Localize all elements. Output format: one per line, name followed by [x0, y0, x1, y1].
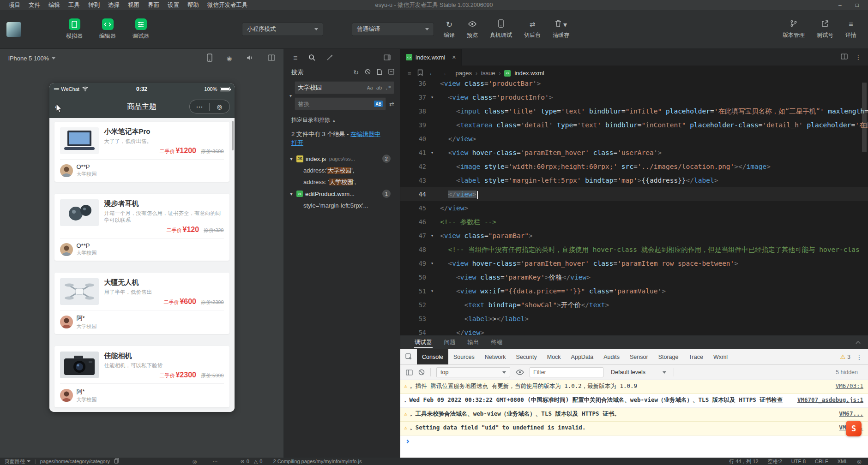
source-link[interactable]: VM6703:1 — [836, 382, 863, 390]
action-device-debug[interactable]: 真机调试 — [484, 19, 518, 39]
rotate-device-icon[interactable] — [207, 54, 212, 63]
breadcrumb-item[interactable]: issue — [481, 70, 495, 77]
regex-icon[interactable]: .* — [385, 85, 391, 90]
menu-item[interactable]: 项目 — [5, 0, 24, 10]
section-tab[interactable]: 终端 — [485, 335, 509, 349]
code-line[interactable]: 40 </view> — [400, 132, 868, 146]
devtools-tab-sensor[interactable]: Sensor — [625, 349, 653, 364]
whole-word-icon[interactable]: ab — [376, 85, 382, 90]
chevron-down-icon[interactable]: ▾ — [289, 191, 294, 197]
search-match-row[interactable]: address: '大学校园', — [287, 176, 394, 188]
product-card[interactable]: 佳能相机佳能相机，可以私下验货二手价¥2300原价:5999阿*大学校园 — [54, 346, 229, 407]
close-icon[interactable]: × — [452, 54, 456, 61]
user-avatar[interactable] — [6, 22, 21, 37]
code-line[interactable]: 38 <input class='title' type='text' bind… — [400, 104, 868, 118]
section-tab[interactable]: 输出 — [462, 335, 485, 349]
mode-select[interactable]: 小程序模式 — [242, 23, 323, 36]
status-more-icon[interactable]: ⋯ — [213, 459, 218, 465]
action-test-account[interactable]: 测试号 — [811, 19, 839, 39]
page-path-select[interactable]: 页面路径 — [5, 458, 30, 465]
seller-row[interactable]: O**P大学校园 — [60, 160, 224, 178]
search-match-row[interactable]: address:'大学校园', — [287, 165, 394, 176]
notifications-icon[interactable]: ◎ — [857, 459, 862, 465]
toggle-replace-icon[interactable]: ▾ — [287, 81, 295, 110]
action-background[interactable]: ⇄切后台 — [518, 19, 547, 39]
expand-caret-icon[interactable]: ▸ — [410, 411, 412, 419]
menu-item[interactable]: 设置 — [163, 0, 183, 10]
product-card[interactable]: 小米笔记本Pro大了了，低价出售。二手价¥1200原价:3699O**P大学校园 — [54, 122, 229, 182]
device-select[interactable]: iPhone 5 100% — [8, 55, 49, 62]
fold-icon[interactable]: ▾ — [426, 229, 438, 243]
search-result-file[interactable]: ▾<>editProduct.wxm...1 — [287, 188, 394, 200]
outline-icon[interactable]: ≡ — [408, 70, 411, 77]
console-prompt[interactable] — [400, 435, 868, 447]
action-preview[interactable]: 预览 — [461, 19, 484, 39]
copy-path-icon[interactable] — [114, 458, 119, 465]
code-line[interactable]: 46<!-- 参数栏 --> — [400, 215, 868, 229]
file-list-icon[interactable]: ≡ — [293, 54, 297, 62]
source-link[interactable]: VM67... — [839, 410, 863, 417]
menu-item[interactable]: 转到 — [84, 0, 104, 10]
code-line[interactable]: 41▾ <view hover-class='paramItem_hover' … — [400, 146, 868, 160]
match-case-icon[interactable]: Aa — [367, 85, 373, 90]
code-line[interactable]: 51▾ <view wx:if="{{data.price==''}}" cla… — [400, 284, 868, 298]
section-tab[interactable]: 问题 — [438, 335, 462, 349]
current-page-path[interactable]: pages/home/category/category — [40, 459, 110, 464]
devtools-tab-audits[interactable]: Audits — [598, 349, 625, 364]
cursor-position[interactable]: 行 44，列 12 — [729, 458, 759, 465]
devtools-tab-trace[interactable]: Trace — [683, 349, 708, 364]
record-icon[interactable]: ◉ — [227, 55, 232, 62]
search-mode-icon[interactable] — [308, 54, 315, 63]
code-line[interactable]: 49▾ <view hover-class='paramItem_hover' … — [400, 256, 868, 270]
filter-input[interactable] — [530, 367, 603, 377]
search-result-file[interactable]: ▾JSindex.jspages\iss...2 — [287, 153, 394, 165]
code-line[interactable]: 45</view> — [400, 201, 868, 215]
panel-layout-icon[interactable] — [384, 54, 391, 62]
toggle-editor[interactable]: 编辑器 — [97, 18, 118, 40]
expand-caret-icon[interactable]: ▸ — [410, 384, 412, 391]
code-line[interactable]: 54 </view> — [400, 326, 868, 335]
seller-row[interactable]: 阿*大学校园 — [60, 384, 224, 403]
search-directory-toggle[interactable]: 指定目录和排除 ▴ — [287, 116, 394, 124]
menu-item[interactable]: 帮助 — [183, 0, 203, 10]
code-line[interactable]: 42 <image style='width:60rpx;height:60rp… — [400, 160, 868, 173]
code-line[interactable]: 53 <label>></label> — [400, 312, 868, 326]
devtools-menu-icon[interactable]: ⋮ — [856, 353, 862, 361]
refresh-icon[interactable]: ↻ — [353, 69, 359, 76]
separate-window-icon[interactable] — [268, 54, 275, 62]
status-circle-icon[interactable]: ◎ — [193, 459, 197, 465]
code-line[interactable]: 52 <text bindtap="showCal">开个价</text> — [400, 298, 868, 312]
action-cache[interactable]: ▾清缓存 — [547, 19, 575, 39]
devtools-tab-appdata[interactable]: AppData — [566, 349, 599, 364]
console-message[interactable]: ⚠▸Setting data field "uid" to undefined … — [400, 422, 868, 435]
capsule-home-icon[interactable]: ◎ — [210, 104, 229, 110]
toggle-debugger[interactable]: 调试器 — [130, 18, 151, 40]
expand-caret-icon[interactable]: ▾ — [404, 398, 406, 405]
fold-icon[interactable]: ▾ — [426, 256, 438, 270]
console-message[interactable]: ⚠▸工具未校验合法域名、web-view（业务域名）、TLS 版本以及 HTTP… — [400, 408, 868, 422]
eol-setting[interactable]: CRLF — [815, 459, 828, 464]
code-line[interactable]: 37▾ <view class='productInfo'> — [400, 90, 868, 104]
indentation-setting[interactable]: 空格:2 — [768, 458, 782, 465]
inspect-element-icon[interactable] — [400, 349, 417, 364]
devtools-tab-wxml[interactable]: Wxml — [708, 349, 733, 364]
menu-item[interactable]: 工具 — [64, 0, 84, 10]
bookmark-icon[interactable] — [417, 69, 423, 78]
source-link[interactable]: VM6707_asdebug.js:1 — [797, 396, 863, 404]
context-select[interactable]: top — [436, 367, 510, 377]
devtools-tab-mock[interactable]: Mock — [542, 349, 566, 364]
console-message[interactable]: ▾Wed Feb 09 2022 00:32:22 GMT+0800 (中国标准… — [400, 394, 868, 408]
devtools-tab-storage[interactable]: Storage — [653, 349, 684, 364]
extension-overlay-badge[interactable]: S — [846, 421, 862, 436]
console-message[interactable]: ⚠▸插件 腾讯位置服务地图选点 有更新，当前使用的版本为 1.0.2，最新版本为… — [400, 380, 868, 394]
devtools-tab-network[interactable]: Network — [480, 349, 511, 364]
code-line[interactable]: 36<view class='productBar'> — [400, 81, 868, 90]
problem-counts[interactable]: ⊘0 △0 — [241, 459, 263, 465]
tab-index-wxml[interactable]: <> index.wxml × — [400, 49, 462, 66]
phone-scrollbar[interactable] — [232, 121, 234, 150]
preserve-case-icon[interactable]: AB — [374, 101, 383, 107]
expand-caret-icon[interactable]: ▸ — [410, 425, 412, 433]
seller-row[interactable]: 阿*大学校园 — [60, 310, 224, 330]
replace-all-icon[interactable]: ⇄ — [389, 101, 394, 107]
eye-icon[interactable] — [516, 370, 524, 375]
